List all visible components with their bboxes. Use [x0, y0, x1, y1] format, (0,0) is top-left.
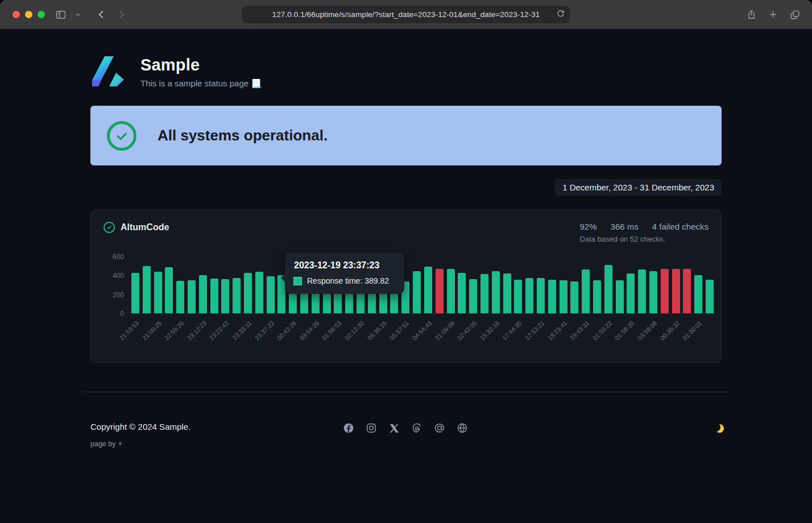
site-logo — [90, 54, 127, 90]
chart-bar[interactable] — [447, 269, 455, 313]
chart-bar[interactable] — [627, 273, 635, 313]
chart-bar[interactable] — [649, 271, 657, 313]
site-header: Sample This is a sample status page 📃 — [90, 54, 722, 90]
monitor-status-icon — [103, 222, 115, 233]
browser-window: 127.0.0.1/66uptime/s/sample/?start_date=… — [0, 0, 812, 523]
copyright-text: Copyright © 2024 Sample. — [90, 422, 293, 431]
footer: Copyright © 2024 Sample. page by ⚡ — [90, 422, 722, 448]
chart-xlabels: 21:53:5321:00:2522:55:2023:12:2323:22:42… — [130, 314, 715, 359]
check-circle-icon — [107, 121, 136, 151]
chart-bar[interactable] — [480, 274, 488, 313]
footer-divider — [82, 392, 730, 392]
threads-icon[interactable] — [411, 422, 422, 434]
chart-y-tick: 0 — [103, 310, 124, 318]
new-tab-icon[interactable] — [768, 9, 778, 20]
chart-bar[interactable] — [221, 279, 229, 313]
social-links — [293, 422, 517, 434]
chart-bar[interactable] — [593, 280, 601, 313]
chart-bar[interactable] — [672, 269, 680, 313]
chart-bar[interactable] — [143, 266, 151, 313]
chart-bar[interactable] — [582, 269, 590, 313]
chart-bar[interactable] — [413, 271, 421, 313]
status-page: Sample This is a sample status page 📃 Al… — [0, 29, 812, 523]
instagram-icon[interactable] — [366, 422, 377, 434]
chart-y-tick: 600 — [103, 253, 124, 261]
chart-bar[interactable] — [424, 267, 432, 313]
chart-bar[interactable] — [503, 273, 511, 313]
chart-bar[interactable] — [233, 278, 241, 313]
chart-bar[interactable] — [131, 273, 139, 313]
tooltip-text: Response time: 389.82 — [307, 276, 389, 285]
chart-bar[interactable] — [694, 275, 702, 313]
url-text: 127.0.0.1/66uptime/s/sample/?start_date=… — [272, 10, 540, 19]
theme-toggle-moon-icon[interactable] — [711, 422, 722, 433]
monitor-card: AltumCode 92% 366 ms 4 failed checks Dat… — [90, 210, 722, 363]
tab-overview-icon[interactable] — [789, 9, 801, 20]
chart-bar[interactable] — [616, 280, 624, 313]
window-controls — [13, 11, 45, 18]
page-subtitle: This is a sample status page 📃 — [140, 78, 262, 89]
response-time-chart: 0200400600 21:53:5321:00:2522:55:2023:12… — [130, 257, 709, 359]
reload-icon[interactable] — [557, 9, 565, 20]
chart-bar[interactable] — [604, 265, 612, 313]
chart-bar[interactable] — [514, 280, 522, 313]
checks-note: Data based on 52 checks. — [580, 235, 709, 243]
forward-icon[interactable] — [116, 9, 127, 20]
chart-bar[interactable] — [638, 269, 646, 313]
chart-bar[interactable] — [176, 281, 184, 313]
monitor-stats: 92% 366 ms 4 failed checks Data based on… — [580, 222, 709, 243]
minimize-window-button[interactable] — [25, 11, 32, 18]
date-range-badge[interactable]: 1 December, 2023 - 31 December, 2023 — [555, 179, 722, 196]
at-icon[interactable] — [434, 422, 445, 434]
chart-bar[interactable] — [525, 278, 533, 313]
chart-bar[interactable] — [458, 273, 466, 313]
chart-bar[interactable] — [706, 280, 714, 313]
chart-bar[interactable] — [199, 275, 207, 313]
chart-bar[interactable] — [165, 267, 173, 313]
chart-plot: 0200400600 — [130, 257, 715, 314]
status-message: All systems operational. — [158, 127, 328, 144]
page-title: Sample — [140, 56, 262, 74]
close-window-button[interactable] — [13, 11, 20, 18]
chart-bar[interactable] — [210, 279, 218, 313]
monitor-name: AltumCode — [121, 222, 169, 233]
status-banner: All systems operational. — [90, 106, 722, 165]
tooltip-title: 2023-12-19 23:37:23 — [294, 260, 395, 271]
uptime-percent: 92% — [580, 222, 597, 231]
average-response: 366 ms — [611, 222, 639, 231]
chart-bar[interactable] — [537, 278, 545, 313]
chart-bar[interactable] — [188, 280, 196, 313]
back-icon[interactable] — [96, 9, 107, 20]
x-icon[interactable] — [388, 422, 400, 434]
facebook-icon[interactable] — [343, 422, 354, 434]
chart-y-tick: 200 — [103, 291, 124, 299]
chart-bar[interactable] — [469, 279, 477, 313]
chart-bar[interactable] — [570, 281, 578, 313]
chevron-down-icon[interactable] — [75, 11, 81, 18]
browser-toolbar: 127.0.0.1/66uptime/s/sample/?start_date=… — [0, 0, 812, 29]
chart-bar[interactable] — [244, 273, 252, 313]
chart-bar[interactable] — [548, 280, 556, 313]
chart-bar[interactable] — [154, 272, 162, 313]
chart-bar[interactable] — [661, 269, 669, 313]
chart-y-tick: 400 — [103, 272, 124, 280]
failed-checks: 4 failed checks — [652, 222, 709, 231]
legend-swatch-icon — [294, 277, 301, 285]
chart-tooltip: 2023-12-19 23:37:23 Response time: 389.8… — [285, 252, 404, 294]
address-bar[interactable]: 127.0.0.1/66uptime/s/sample/?start_date=… — [242, 6, 570, 23]
chart-bar[interactable] — [436, 269, 444, 313]
chart-bar[interactable] — [255, 272, 263, 313]
page-by-text: page by ⚡ — [90, 439, 293, 448]
toolbar-divider — [71, 10, 72, 20]
sidebar-toggle-icon[interactable] — [55, 9, 67, 20]
zoom-window-button[interactable] — [38, 11, 45, 18]
chart-bar[interactable] — [267, 276, 275, 313]
chart-bar[interactable] — [683, 269, 691, 313]
chart-bar[interactable] — [560, 280, 567, 313]
share-icon[interactable] — [746, 9, 757, 20]
globe-icon[interactable] — [457, 422, 468, 434]
chart-bar[interactable] — [492, 271, 500, 313]
